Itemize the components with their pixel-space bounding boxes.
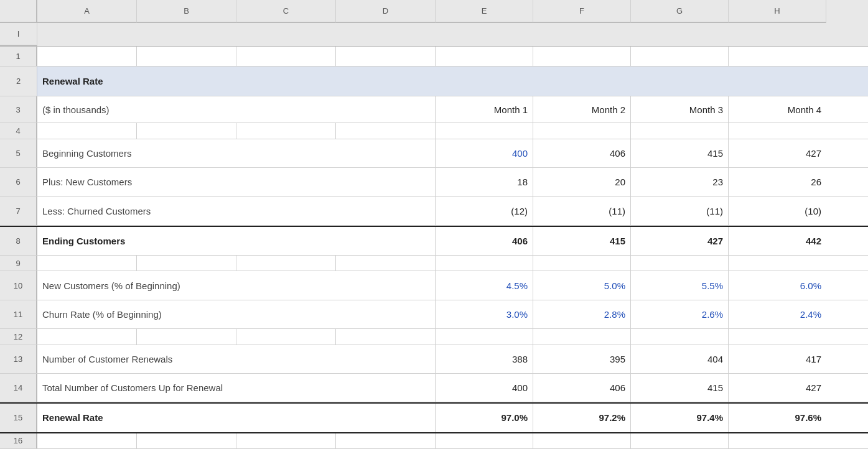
new-customers-m2[interactable]: 20 bbox=[533, 168, 631, 196]
cell-4-h[interactable] bbox=[631, 123, 729, 138]
cell-12-e[interactable] bbox=[336, 329, 436, 344]
renewals-m1[interactable]: 388 bbox=[436, 345, 533, 373]
cell-9-e[interactable] bbox=[336, 256, 436, 271]
cell-16-h[interactable] bbox=[631, 433, 729, 448]
row-16: 16 bbox=[0, 433, 868, 449]
cell-16-i[interactable] bbox=[729, 433, 826, 448]
column-headers: A B C D E F G H I bbox=[0, 0, 868, 47]
ending-customers-m2[interactable]: 415 bbox=[533, 227, 631, 255]
col-A-header: A bbox=[37, 0, 137, 23]
cell-9-d[interactable] bbox=[236, 256, 336, 271]
total-customers-renewal-m3[interactable]: 415 bbox=[631, 374, 729, 402]
month1-header: Month 1 bbox=[436, 96, 533, 123]
month3-header: Month 3 bbox=[631, 96, 729, 123]
col-I-header: I bbox=[0, 23, 37, 46]
new-customers-m4[interactable]: 26 bbox=[729, 168, 826, 196]
new-customers-pct-m1[interactable]: 4.5% bbox=[436, 271, 533, 299]
total-customers-renewal-m4[interactable]: 427 bbox=[729, 374, 826, 402]
beginning-customers-m2[interactable]: 406 bbox=[533, 139, 631, 167]
col-G-header: G bbox=[631, 0, 729, 23]
cell-12-d[interactable] bbox=[236, 329, 336, 344]
total-customers-renewal-m1[interactable]: 400 bbox=[436, 374, 533, 402]
churned-customers-m4[interactable]: (10) bbox=[729, 197, 826, 224]
col-D-header: D bbox=[336, 0, 436, 23]
row-5: 5 Beginning Customers 400 406 415 427 bbox=[0, 139, 868, 168]
cell-4-d[interactable] bbox=[236, 123, 336, 138]
beginning-customers-m1[interactable]: 400 bbox=[436, 139, 533, 167]
new-customers-m1[interactable]: 18 bbox=[436, 168, 533, 196]
new-customers-label: Plus: New Customers bbox=[37, 168, 436, 196]
cell-4-e[interactable] bbox=[336, 123, 436, 138]
cell-16-b[interactable] bbox=[37, 433, 137, 448]
cell-12-i[interactable] bbox=[729, 329, 826, 344]
col-F-header: F bbox=[533, 0, 631, 23]
row-num-4: 4 bbox=[0, 123, 37, 138]
cell-9-h[interactable] bbox=[631, 256, 729, 271]
new-customers-m3[interactable]: 23 bbox=[631, 168, 729, 196]
total-customers-renewal-m2[interactable]: 406 bbox=[533, 374, 631, 402]
churned-customers-m3[interactable]: (11) bbox=[631, 197, 729, 224]
renewal-rate-m3[interactable]: 97.4% bbox=[631, 404, 729, 432]
cell-9-f[interactable] bbox=[436, 256, 533, 271]
row-num-1: 1 bbox=[0, 47, 37, 65]
cell-12-h[interactable] bbox=[631, 329, 729, 344]
cell-4-i[interactable] bbox=[729, 123, 826, 138]
cell-9-i[interactable] bbox=[729, 256, 826, 271]
ending-customers-m4[interactable]: 442 bbox=[729, 227, 826, 255]
cell-16-g[interactable] bbox=[533, 433, 631, 448]
churn-rate-m3[interactable]: 2.6% bbox=[631, 300, 729, 328]
cell-4-f[interactable] bbox=[436, 123, 533, 138]
renewals-m2[interactable]: 395 bbox=[533, 345, 631, 373]
cell-1-b[interactable] bbox=[37, 47, 137, 65]
cell-1-c[interactable] bbox=[137, 47, 236, 65]
cell-4-g[interactable] bbox=[533, 123, 631, 138]
row-9: 9 bbox=[0, 256, 868, 271]
renewals-m3[interactable]: 404 bbox=[631, 345, 729, 373]
cell-4-c[interactable] bbox=[137, 123, 236, 138]
col-H-header: H bbox=[729, 0, 826, 23]
cell-1-e[interactable] bbox=[336, 47, 436, 65]
renewal-rate-m4[interactable]: 97.6% bbox=[729, 404, 826, 432]
beginning-customers-m4[interactable]: 427 bbox=[729, 139, 826, 167]
row-num-15: 15 bbox=[0, 404, 37, 432]
beginning-customers-m3[interactable]: 415 bbox=[631, 139, 729, 167]
cell-12-f[interactable] bbox=[436, 329, 533, 344]
new-customers-pct-m3[interactable]: 5.5% bbox=[631, 271, 729, 299]
churned-customers-m1[interactable]: (12) bbox=[436, 197, 533, 224]
cell-16-c[interactable] bbox=[137, 433, 236, 448]
ending-customers-m1[interactable]: 406 bbox=[436, 227, 533, 255]
churn-rate-m1[interactable]: 3.0% bbox=[436, 300, 533, 328]
row-7: 7 Less: Churned Customers (12) (11) (11)… bbox=[0, 197, 868, 225]
cell-1-h[interactable] bbox=[631, 47, 729, 65]
churned-customers-m2[interactable]: (11) bbox=[533, 197, 631, 224]
churn-rate-m2[interactable]: 2.8% bbox=[533, 300, 631, 328]
cell-1-g[interactable] bbox=[533, 47, 631, 65]
ending-customers-m3[interactable]: 427 bbox=[631, 227, 729, 255]
cell-9-g[interactable] bbox=[533, 256, 631, 271]
cell-9-b[interactable] bbox=[37, 256, 137, 271]
new-customers-pct-m4[interactable]: 6.0% bbox=[729, 271, 826, 299]
new-customers-pct-m2[interactable]: 5.0% bbox=[533, 271, 631, 299]
row-num-5: 5 bbox=[0, 139, 37, 167]
cell-12-c[interactable] bbox=[137, 329, 236, 344]
row-14: 14 Total Number of Customers Up for Rene… bbox=[0, 374, 868, 402]
cell-16-f[interactable] bbox=[436, 433, 533, 448]
row-num-14: 14 bbox=[0, 374, 37, 402]
row-num-11: 11 bbox=[0, 300, 37, 328]
renewals-m4[interactable]: 417 bbox=[729, 345, 826, 373]
renewal-rate-m1[interactable]: 97.0% bbox=[436, 404, 533, 432]
cell-1-d[interactable] bbox=[236, 47, 336, 65]
cell-16-d[interactable] bbox=[236, 433, 336, 448]
cell-1-i[interactable] bbox=[729, 47, 826, 65]
cell-12-b[interactable] bbox=[37, 329, 137, 344]
dollars-label: ($ in thousands) bbox=[37, 96, 436, 123]
cell-9-c[interactable] bbox=[137, 256, 236, 271]
churn-rate-m4[interactable]: 2.4% bbox=[729, 300, 826, 328]
renewal-rate-m2[interactable]: 97.2% bbox=[533, 404, 631, 432]
cell-12-g[interactable] bbox=[533, 329, 631, 344]
churn-rate-label: Churn Rate (% of Beginning) bbox=[37, 300, 436, 328]
cell-4-b[interactable] bbox=[37, 123, 137, 138]
row-num-16: 16 bbox=[0, 433, 37, 448]
cell-16-e[interactable] bbox=[336, 433, 436, 448]
cell-1-f[interactable] bbox=[436, 47, 533, 65]
